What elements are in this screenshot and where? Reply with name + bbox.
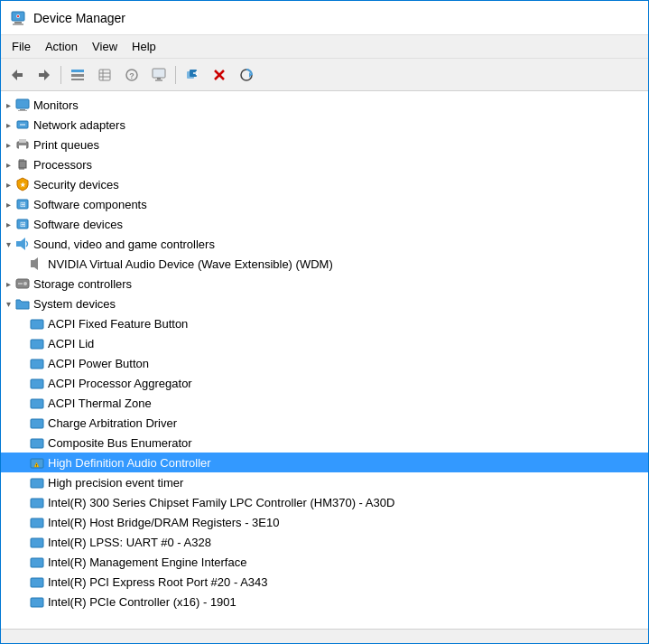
svg-text:★: ★ bbox=[20, 182, 26, 188]
tree-toggle-processors[interactable] bbox=[1, 157, 15, 172]
resource-view-button[interactable] bbox=[92, 63, 117, 87]
tree-icon-intel-pcie-controller bbox=[30, 594, 44, 609]
svg-text:?: ? bbox=[129, 71, 134, 80]
tree-toggle-software-devices[interactable] bbox=[1, 217, 15, 231]
tree-item-acpi-thermal[interactable]: ACPI Thermal Zone bbox=[1, 393, 648, 413]
tree-icon-software-devices: ⊞ bbox=[15, 217, 30, 231]
tree-label-hd-audio: High Definition Audio Controller bbox=[48, 456, 211, 470]
tree-item-sound-video[interactable]: Sound, video and game controllers bbox=[1, 234, 648, 254]
toolbar-separator-1 bbox=[60, 66, 61, 84]
tree-icon-charge-arbitration bbox=[30, 415, 44, 430]
svg-rect-17 bbox=[157, 78, 161, 79]
tree-label-sound-video: Sound, video and game controllers bbox=[33, 238, 215, 251]
tree-label-system-devices: System devices bbox=[33, 297, 116, 311]
tree-item-acpi-lid[interactable]: ACPI Lid bbox=[1, 333, 648, 353]
tree-label-intel-lpss-uart: Intel(R) LPSS: UART #0 - A328 bbox=[48, 536, 211, 549]
tree-icon-intel-pci-root bbox=[30, 574, 44, 589]
tree-label-storage-controllers: Storage controllers bbox=[33, 277, 132, 291]
tree-item-system-devices[interactable]: System devices bbox=[1, 294, 648, 313]
back-button[interactable] bbox=[5, 63, 30, 87]
tree-icon-network-adapters bbox=[15, 117, 30, 132]
svg-rect-58 bbox=[31, 419, 43, 428]
tree-icon-storage-controllers bbox=[15, 276, 30, 291]
status-bar bbox=[1, 629, 648, 644]
tree-icon-nvidia-audio bbox=[30, 257, 44, 271]
tree-item-intel-mgmt-engine[interactable]: Intel(R) Management Engine Interface bbox=[1, 552, 648, 572]
tree-item-high-precision[interactable]: High precision event timer bbox=[1, 472, 648, 492]
tree-item-security-devices[interactable]: ★Security devices bbox=[1, 174, 648, 194]
tree-item-acpi-aggregator[interactable]: ACPI Processor Aggregator bbox=[1, 373, 648, 393]
svg-rect-54 bbox=[31, 340, 43, 349]
svg-rect-57 bbox=[31, 399, 43, 408]
tree-icon-intel-mgmt-engine bbox=[30, 555, 44, 569]
svg-rect-7 bbox=[71, 70, 84, 72]
uninstall-button[interactable] bbox=[207, 63, 232, 87]
svg-text:⊞: ⊞ bbox=[20, 220, 26, 229]
help-button[interactable]: ? bbox=[119, 63, 144, 87]
tree-item-software-devices[interactable]: ⊞Software devices bbox=[1, 214, 648, 234]
svg-rect-59 bbox=[31, 439, 43, 448]
tree-icon-composite-bus bbox=[30, 435, 44, 450]
tree-item-acpi-power[interactable]: ACPI Power Button bbox=[1, 353, 648, 373]
svg-rect-9 bbox=[71, 79, 84, 80]
tree-item-hd-audio[interactable]: !High Definition Audio Controller bbox=[1, 453, 648, 472]
svg-rect-2 bbox=[13, 23, 23, 25]
tree-label-network-adapters: Network adapters bbox=[33, 118, 125, 132]
tree-item-processors[interactable]: Processors bbox=[1, 154, 648, 174]
tree-toggle-security-devices[interactable] bbox=[1, 177, 15, 191]
svg-rect-34 bbox=[19, 139, 26, 143]
update-driver-button[interactable] bbox=[180, 63, 205, 87]
tree-item-nvidia-audio[interactable]: NVIDIA Virtual Audio Device (Wave Extens… bbox=[1, 254, 648, 274]
tree-item-print-queues[interactable]: Print queues bbox=[1, 135, 648, 154]
menu-action[interactable]: Action bbox=[38, 37, 85, 56]
forward-button[interactable] bbox=[32, 63, 57, 87]
tree-item-acpi-fixed[interactable]: ACPI Fixed Feature Button bbox=[1, 313, 648, 333]
tree-label-acpi-fixed: ACPI Fixed Feature Button bbox=[48, 317, 188, 331]
svg-rect-64 bbox=[31, 499, 43, 508]
tree-toggle-monitors[interactable] bbox=[1, 98, 15, 112]
svg-rect-66 bbox=[31, 538, 43, 547]
menu-view[interactable]: View bbox=[85, 37, 125, 56]
tree-item-network-adapters[interactable]: Network adapters bbox=[1, 115, 648, 135]
menu-file[interactable]: File bbox=[5, 37, 38, 56]
svg-point-4 bbox=[17, 15, 19, 17]
tree-label-charge-arbitration: Charge Arbitration Driver bbox=[48, 416, 177, 430]
svg-rect-48 bbox=[16, 241, 21, 247]
tree-toggle-system-devices[interactable] bbox=[1, 296, 15, 311]
svg-rect-55 bbox=[31, 359, 43, 369]
tree-label-intel-host-bridge: Intel(R) Host Bridge/DRAM Registers - 3E… bbox=[48, 516, 279, 529]
svg-rect-29 bbox=[20, 109, 25, 110]
tree-item-intel-pcie-controller[interactable]: Intel(R) PCIe Controller (x16) - 1901 bbox=[1, 592, 648, 611]
menu-bar: File Action View Help bbox=[1, 35, 648, 59]
tree-toggle-print-queues[interactable] bbox=[1, 137, 15, 152]
tree-label-intel-mgmt-engine: Intel(R) Management Engine Interface bbox=[48, 555, 246, 569]
menu-help[interactable]: Help bbox=[125, 37, 163, 56]
tree-label-nvidia-audio: NVIDIA Virtual Audio Device (Wave Extens… bbox=[48, 257, 333, 271]
connections-view-button[interactable] bbox=[146, 63, 172, 87]
toolbar-separator-2 bbox=[175, 66, 176, 84]
tree-item-intel-300-chipset[interactable]: Intel(R) 300 Series Chipset Family LPC C… bbox=[1, 492, 648, 512]
device-list-button[interactable] bbox=[65, 63, 90, 87]
tree-toggle-storage-controllers[interactable] bbox=[1, 276, 15, 291]
tree-toggle-sound-video[interactable] bbox=[1, 237, 15, 251]
tree-item-charge-arbitration[interactable]: Charge Arbitration Driver bbox=[1, 413, 648, 433]
tree-toggle-software-components[interactable] bbox=[1, 197, 15, 211]
tree-item-software-components[interactable]: ⊞Software components bbox=[1, 194, 648, 214]
tree-item-intel-lpss-uart[interactable]: Intel(R) LPSS: UART #0 - A328 bbox=[1, 532, 648, 552]
tree-item-intel-pci-root[interactable]: Intel(R) PCI Express Root Port #20 - A34… bbox=[1, 572, 648, 592]
svg-rect-8 bbox=[71, 74, 84, 77]
tree-icon-acpi-aggregator bbox=[30, 376, 44, 390]
tree-item-composite-bus[interactable]: Composite Bus Enumerator bbox=[1, 433, 648, 453]
tree-item-intel-host-bridge[interactable]: Intel(R) Host Bridge/DRAM Registers - 3E… bbox=[1, 512, 648, 532]
svg-rect-1 bbox=[14, 22, 22, 23]
tree-item-storage-controllers[interactable]: Storage controllers bbox=[1, 274, 648, 294]
svg-rect-18 bbox=[155, 79, 162, 81]
svg-rect-65 bbox=[31, 518, 43, 527]
tree-item-monitors[interactable]: Monitors bbox=[1, 95, 648, 115]
svg-rect-35 bbox=[19, 145, 26, 149]
scan-button[interactable] bbox=[234, 63, 259, 87]
tree-icon-processors bbox=[15, 157, 30, 172]
toolbar: ? bbox=[1, 59, 648, 91]
tree-icon-security-devices: ★ bbox=[15, 177, 30, 191]
tree-toggle-network-adapters[interactable] bbox=[1, 117, 15, 132]
